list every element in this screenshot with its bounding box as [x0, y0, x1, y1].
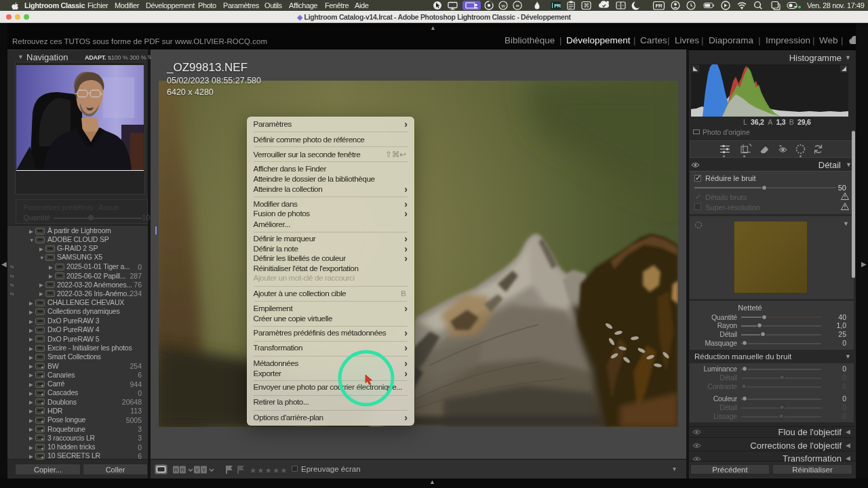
svg-text:w: w	[500, 3, 505, 9]
svg-text:⌘: ⌘	[583, 2, 589, 9]
svg-text:FR: FR	[656, 3, 663, 9]
svg-text:R: R	[181, 467, 185, 473]
svg-text:Y: Y	[195, 467, 199, 473]
svg-text:R: R	[174, 467, 178, 473]
svg-text:Y: Y	[202, 467, 206, 473]
svg-text:∞: ∞	[516, 3, 519, 9]
svg-text:PR: PR	[554, 3, 561, 9]
